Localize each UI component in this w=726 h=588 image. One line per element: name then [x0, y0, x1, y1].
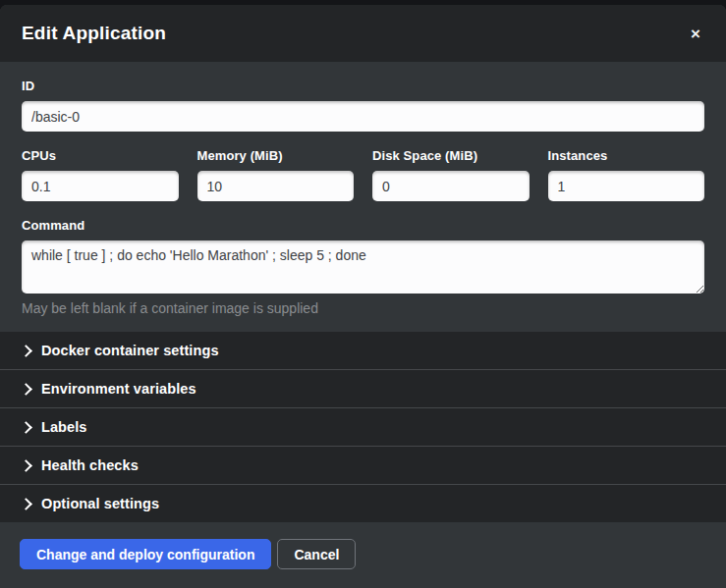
cpus-field-group: CPUs — [22, 148, 179, 201]
section-label: Health checks — [41, 457, 139, 473]
edit-application-modal: Edit Application × ID CPUs Memory (MiB) … — [0, 5, 726, 588]
modal-header: Edit Application × — [0, 5, 726, 62]
disk-field-group: Disk Space (MiB) — [372, 148, 530, 201]
command-help-text: May be left blank if a container image i… — [22, 300, 704, 332]
instances-field-group: Instances — [548, 148, 705, 201]
modal-title: Edit Application — [22, 23, 166, 44]
command-textarea[interactable]: while [ true ] ; do echo 'Hello Marathon… — [22, 241, 704, 294]
command-label: Command — [22, 218, 704, 233]
memory-field-group: Memory (MiB) — [197, 148, 355, 201]
change-and-deploy-button[interactable]: Change and deploy configuration — [20, 539, 271, 569]
command-field-group: Command while [ true ] ; do echo 'Hello … — [22, 218, 704, 332]
resources-row: CPUs Memory (MiB) Disk Space (MiB) Insta… — [22, 148, 704, 201]
section-label: Docker container settings — [41, 343, 219, 358]
instances-input[interactable] — [548, 171, 705, 201]
section-label: Environment variables — [41, 381, 196, 397]
id-label: ID — [22, 79, 704, 93]
memory-input[interactable] — [197, 171, 355, 201]
accordion-environment-variables[interactable]: Environment variables — [0, 370, 726, 408]
chevron-right-icon — [20, 459, 32, 472]
section-label: Optional settings — [41, 496, 159, 511]
accordion-labels[interactable]: Labels — [0, 408, 726, 447]
application-form: ID CPUs Memory (MiB) Disk Space (MiB) In… — [0, 62, 726, 332]
chevron-right-icon — [20, 345, 32, 357]
memory-label: Memory (MiB) — [197, 148, 355, 163]
cpus-label: CPUs — [22, 148, 179, 163]
disk-input[interactable] — [372, 171, 530, 201]
id-field-group: ID — [22, 79, 704, 132]
instances-label: Instances — [548, 148, 705, 163]
cpus-input[interactable] — [22, 171, 179, 201]
accordion-optional-settings[interactable]: Optional settings — [0, 485, 726, 522]
section-label: Labels — [41, 419, 87, 435]
chevron-right-icon — [20, 498, 32, 510]
id-input[interactable] — [22, 101, 704, 132]
chevron-right-icon — [20, 383, 32, 396]
accordion-docker-container-settings[interactable]: Docker container settings — [0, 332, 726, 370]
modal-footer: Change and deploy configuration Cancel — [0, 522, 726, 586]
accordion-sections: Docker container settings Environment va… — [0, 332, 726, 522]
accordion-health-checks[interactable]: Health checks — [0, 447, 726, 485]
close-icon[interactable]: × — [687, 24, 704, 44]
cancel-button[interactable]: Cancel — [277, 539, 356, 569]
disk-label: Disk Space (MiB) — [372, 148, 530, 163]
chevron-right-icon — [20, 421, 32, 434]
